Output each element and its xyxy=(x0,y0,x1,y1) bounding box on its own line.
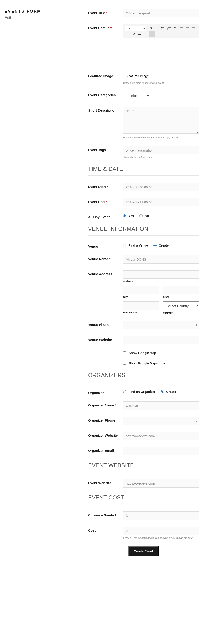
align-justify-icon[interactable] xyxy=(125,32,130,37)
currency-label: Currency Symbol xyxy=(88,512,123,517)
svg-rect-20 xyxy=(192,29,195,29)
cost-input[interactable] xyxy=(123,526,199,535)
currency-input[interactable] xyxy=(123,512,199,520)
event-end-input[interactable] xyxy=(123,198,199,206)
all-day-yes[interactable]: Yes xyxy=(123,214,134,218)
svg-rect-18 xyxy=(192,27,195,28)
toolbar-toggle-icon[interactable] xyxy=(149,32,155,37)
event-website-label: Event Website xyxy=(88,479,123,485)
svg-rect-31 xyxy=(152,33,153,34)
venue-phone-input[interactable] xyxy=(123,321,199,329)
blockquote-icon[interactable]: “ xyxy=(172,26,178,31)
link-icon[interactable] xyxy=(131,32,137,37)
venue-phone-label: Venue Phone xyxy=(88,321,123,326)
short-desc-textarea[interactable]: demo xyxy=(123,106,199,134)
show-google-maps-link-checkbox[interactable]: Show Google Maps Link xyxy=(123,362,199,365)
svg-rect-27 xyxy=(138,34,142,34)
align-left-icon[interactable] xyxy=(178,26,184,31)
event-title-input[interactable] xyxy=(123,9,199,18)
numbered-list-icon[interactable]: 123 xyxy=(166,26,172,31)
event-details-label: Event Details * xyxy=(88,24,123,30)
form-main: Event Title * Event Details * Paragraph … xyxy=(88,9,199,556)
venue-name-label: Venue Name * xyxy=(88,255,123,261)
cost-label: Cost xyxy=(88,526,123,532)
svg-rect-23 xyxy=(126,34,129,35)
svg-rect-15 xyxy=(186,27,189,28)
organizer-label: Organizer xyxy=(88,389,123,395)
spinner-icon[interactable]: ▲▼ xyxy=(196,323,198,326)
show-google-map-checkbox[interactable]: Show Google Map xyxy=(123,351,199,355)
venue-find[interactable]: Find a Venue xyxy=(123,244,148,247)
section-venue-info: VENUE INFORMATION xyxy=(88,226,199,236)
edit-link[interactable]: Edit xyxy=(4,16,11,20)
featured-image-button[interactable]: Featured Image xyxy=(123,72,152,80)
organizer-phone-input[interactable] xyxy=(123,416,199,425)
svg-rect-29 xyxy=(150,33,151,34)
organizer-website-input[interactable] xyxy=(123,432,199,440)
format-select[interactable]: Paragraph xyxy=(125,26,146,31)
svg-point-2 xyxy=(162,28,162,28)
spinner-icon[interactable]: ▲▼ xyxy=(196,419,198,422)
event-categories-label: Event Categories xyxy=(88,91,123,97)
event-start-input[interactable] xyxy=(123,183,199,191)
section-organizers: ORGANIZERS xyxy=(88,372,199,382)
event-tags-label: Event Tags xyxy=(88,146,123,152)
city-sublabel: City xyxy=(123,296,159,298)
venue-address-input[interactable] xyxy=(123,270,199,279)
venue-state-input[interactable] xyxy=(163,286,199,294)
organizer-find[interactable]: Find an Organizer xyxy=(123,390,156,394)
svg-rect-7 xyxy=(168,27,170,27)
all-day-no[interactable]: No xyxy=(139,214,149,218)
svg-rect-1 xyxy=(162,27,164,27)
venue-name-input[interactable] xyxy=(123,255,199,264)
sidebar-title: EVENTS FORM xyxy=(4,9,77,14)
svg-rect-21 xyxy=(126,33,129,34)
venue-country-select[interactable]: Select Country xyxy=(163,302,199,310)
sidebar: EVENTS FORM Edit xyxy=(4,9,77,556)
section-time-date: TIME & DATE xyxy=(88,166,199,176)
insert-more-icon[interactable] xyxy=(137,32,143,37)
venue-postal-input[interactable] xyxy=(123,302,159,310)
create-event-button[interactable]: Create Event xyxy=(128,546,158,556)
svg-rect-32 xyxy=(150,34,151,34)
venue-website-input[interactable] xyxy=(123,336,199,344)
svg-rect-5 xyxy=(162,29,164,29)
organizer-email-label: Organizer Email xyxy=(88,447,123,452)
featured-image-help: Upload the main image of your event xyxy=(123,81,199,84)
editor-toolbar: Paragraph B I 123 “ xyxy=(123,24,198,38)
svg-rect-11 xyxy=(168,29,170,29)
organizer-name-label: Organizer Name * xyxy=(88,402,123,407)
italic-icon[interactable]: I xyxy=(154,26,160,31)
short-desc-label: Short Description xyxy=(88,106,123,112)
align-right-icon[interactable] xyxy=(190,26,196,31)
organizer-create[interactable]: Create xyxy=(161,390,176,394)
svg-point-0 xyxy=(162,27,162,28)
organizer-email-input[interactable] xyxy=(123,447,199,455)
organizer-name-input[interactable] xyxy=(123,402,199,410)
editor-content[interactable] xyxy=(123,38,198,65)
svg-rect-14 xyxy=(180,29,183,29)
event-title-label: Event Title * xyxy=(88,9,123,15)
svg-rect-12 xyxy=(180,27,183,28)
venue-create[interactable]: Create xyxy=(153,244,169,247)
event-categories-select[interactable]: – select – xyxy=(123,91,150,100)
event-tags-input[interactable] xyxy=(123,146,199,154)
svg-point-4 xyxy=(162,29,162,29)
venue-address-label: Venue Address xyxy=(88,270,123,276)
align-center-icon[interactable] xyxy=(184,26,190,31)
svg-rect-9 xyxy=(168,28,170,28)
all-day-label: All Day Event xyxy=(88,213,123,219)
event-tags-help: Separate tags with commas. xyxy=(123,156,199,159)
bullet-list-icon[interactable] xyxy=(160,26,166,31)
fullscreen-icon[interactable] xyxy=(143,32,149,37)
svg-rect-30 xyxy=(151,33,152,34)
address-sublabel: Address xyxy=(123,280,199,283)
svg-rect-13 xyxy=(180,28,182,28)
bold-icon[interactable]: B xyxy=(148,26,154,31)
country-sublabel: Country xyxy=(163,312,199,314)
event-end-label: Event End * xyxy=(88,198,123,204)
svg-text:3: 3 xyxy=(167,29,168,30)
svg-rect-28 xyxy=(138,35,142,35)
event-website-input[interactable] xyxy=(123,479,199,488)
venue-city-input[interactable] xyxy=(123,286,159,294)
